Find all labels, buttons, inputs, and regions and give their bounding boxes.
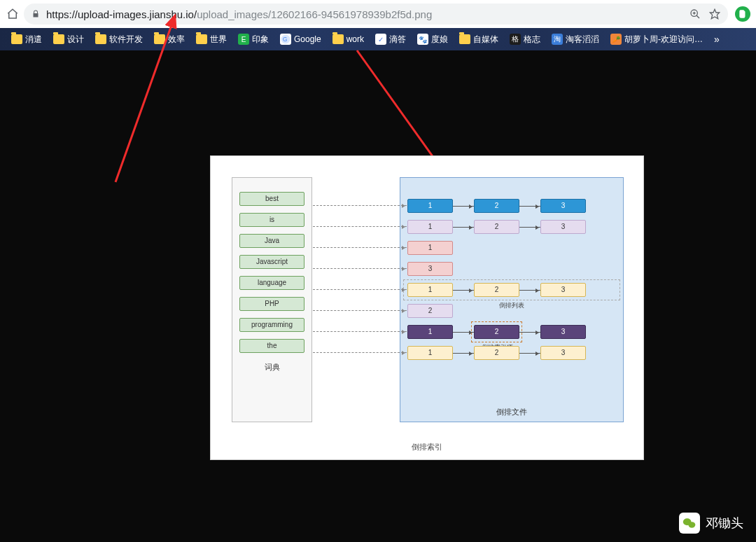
bookmark-印象[interactable]: E印象 (234, 32, 273, 48)
svg-marker-4 (710, 9, 719, 18)
svg-point-9 (688, 522, 695, 527)
bookmark-消遣[interactable]: 消遣 (7, 32, 46, 48)
connector (313, 226, 407, 227)
posting-row-Javascript: 3 (407, 262, 616, 276)
omnibox[interactable]: https://upload-images.jianshu.io/upload_… (24, 4, 728, 25)
connector (313, 352, 407, 353)
arrow-right-icon (453, 353, 474, 354)
bookmark-自媒体[interactable]: 自媒体 (455, 32, 503, 48)
bookmark-软件开发[interactable]: 软件开发 (91, 32, 147, 48)
list-outline (403, 279, 620, 300)
evernote-extension-icon[interactable] (735, 6, 750, 22)
bookmark-设计[interactable]: 设计 (49, 32, 88, 48)
connector (313, 331, 407, 332)
arrow-right-icon (453, 206, 474, 207)
inverted-file-panel: 倒排文件 12312313123倒排列表2123倒排索引项123 (400, 177, 624, 422)
posting-box: 2 (474, 346, 519, 360)
dict-word-PHP: PHP (239, 297, 304, 311)
arrow-right-icon (519, 332, 540, 333)
dict-word-Javascript: Javascript (239, 255, 304, 269)
bookmark-度娘[interactable]: 🐾度娘 (413, 32, 452, 48)
connector (313, 310, 407, 311)
item-outline (471, 321, 522, 342)
connector (313, 268, 407, 269)
svg-line-1 (696, 15, 699, 18)
zoom-icon[interactable] (689, 8, 701, 20)
posting-row-best: 123 (407, 199, 616, 213)
bookmark-work[interactable]: work (328, 32, 368, 46)
inverted-file-label: 倒排文件 (400, 407, 623, 417)
address-bar-row: https://upload-images.jianshu.io/upload_… (0, 0, 756, 28)
wechat-icon (679, 513, 700, 534)
dict-word-the: the (239, 339, 304, 353)
diagram-body: bestisJavaJavascriptlanguagePHPprogrammi… (211, 156, 643, 438)
connector (313, 205, 407, 206)
arrow-right-icon (519, 353, 540, 354)
posting-box: 1 (407, 220, 453, 234)
home-button[interactable] (6, 7, 20, 21)
posting-box: 1 (407, 346, 453, 360)
posting-box: 2 (407, 304, 453, 318)
posting-box: 3 (407, 262, 453, 276)
posting-box: 1 (407, 199, 453, 213)
dictionary-label: 词典 (232, 362, 312, 373)
omnibox-actions (689, 8, 721, 20)
arrow-right-icon (453, 227, 474, 228)
posting-row-PHP: 2 (407, 304, 616, 318)
bookmark-淘客滔滔[interactable]: 淘淘客滔滔 (547, 32, 603, 48)
diagram-image: bestisJavaJavascriptlanguagePHPprogrammi… (210, 155, 644, 460)
dict-word-programming: programming (239, 318, 304, 332)
url-text: https://upload-images.jianshu.io/upload_… (46, 8, 432, 20)
diagram-caption: 倒排索引 (211, 438, 643, 459)
bookmark-star-icon[interactable] (708, 8, 721, 20)
bookmarks-bar: 消遣设计软件开发效率世界E印象GGooglework✓滴答🐾度娘自媒体格格志淘淘… (0, 28, 756, 50)
posting-box: 3 (540, 199, 586, 213)
posting-box: 1 (407, 325, 453, 339)
posting-box: 2 (474, 199, 519, 213)
bookmark-滴答[interactable]: ✓滴答 (371, 32, 410, 48)
posting-box: 3 (540, 325, 586, 339)
dict-word-Java: Java (239, 234, 304, 248)
bookmark-世界[interactable]: 世界 (192, 32, 231, 48)
connector (313, 247, 407, 248)
arrow-right-icon (519, 227, 540, 228)
bookmark-格志[interactable]: 格格志 (505, 32, 545, 48)
dictionary-panel: bestisJavaJavascriptlanguagePHPprogrammi… (232, 177, 312, 422)
bookmark-Google[interactable]: GGoogle (276, 32, 326, 47)
bookmarks-overflow[interactable]: » (710, 34, 724, 45)
posting-box: 1 (407, 241, 453, 255)
posting-row-is: 123 (407, 220, 616, 234)
bookmark-效率[interactable]: 效率 (150, 32, 189, 48)
lock-icon (31, 9, 41, 19)
posting-row-the: 123 (407, 346, 616, 360)
dict-word-is: is (239, 213, 304, 227)
posting-box: 3 (540, 220, 586, 234)
posting-row-Java: 1 (407, 241, 616, 255)
posting-box: 3 (540, 346, 586, 360)
arrow-right-icon (519, 206, 540, 207)
browser-chrome: https://upload-images.jianshu.io/upload_… (0, 0, 756, 50)
bookmark-胡萝卜周-欢迎访问…[interactable]: 🥕胡萝卜周-欢迎访问… (606, 32, 707, 48)
svg-text:G: G (283, 36, 287, 43)
dict-word-best: best (239, 192, 304, 206)
dict-word-language: language (239, 276, 304, 290)
watermark: 邓锄头 (679, 513, 743, 534)
watermark-text: 邓锄头 (706, 515, 743, 531)
page-viewport: bestisJavaJavascriptlanguagePHPprogrammi… (0, 50, 756, 542)
posting-box: 2 (474, 220, 519, 234)
connector (313, 289, 407, 290)
